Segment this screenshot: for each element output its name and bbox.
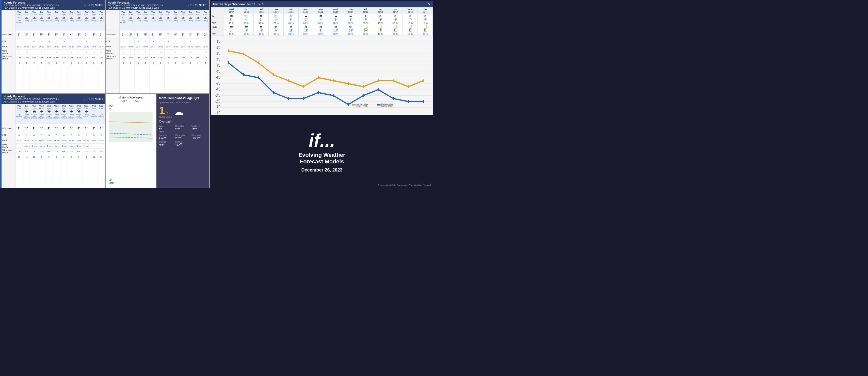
svg-rect-55	[377, 104, 381, 106]
evolving-if: if...	[309, 131, 335, 150]
hour-header: Tue11 am☁Cloudy	[30, 10, 38, 30]
forecast-rain-mid: Rain Outlook: 1-3 mm 9:00am Tue to 8:00p…	[108, 7, 163, 9]
svg-point-44	[288, 97, 289, 100]
nav-left[interactable]: ‹ PREV | NEXT ›	[84, 4, 103, 7]
feels-cell: 1	[16, 39, 23, 44]
day-temp-3: -3°	[269, 18, 284, 21]
feels-cell: 4	[30, 39, 38, 44]
sunrise-detail: Sunrise 7:40AM	[159, 134, 174, 140]
temp-cell: 2°	[98, 30, 105, 39]
day-pop-10: 10 %	[373, 21, 388, 25]
hour-header: Wed2 am🌦Cloudy with showers	[53, 104, 60, 124]
pop-cell: 30 %	[60, 44, 67, 50]
hour-col: Tue5 pm☁Cloudy3°230 %-5 SE8	[179, 10, 187, 93]
hour-col: Tue11 am☁Cloudy5°430 %-4 SE6	[134, 10, 142, 93]
close-button[interactable]: ✕	[428, 2, 431, 6]
current-temp: 1	[159, 105, 165, 116]
col-tue-09: Tue01/09	[418, 8, 433, 14]
hour-header: Tue7 pm☁Cloudy	[194, 10, 202, 30]
night-icon-8: ❄	[343, 25, 358, 29]
col-tue-02: Tue01/02	[313, 8, 328, 14]
historic-chart-area: 25° 9° -7°	[108, 104, 154, 186]
night-pop-row: POP 40 % 30 % 40 % 20 % 30 % 30 % 30 % 6…	[211, 32, 433, 36]
night-icon-0: 🌧	[224, 25, 239, 29]
night-pop-9: 30 %	[358, 32, 373, 36]
svg-point-30	[288, 79, 289, 82]
svg-point-40	[228, 61, 229, 64]
pop-cell: 30 %	[53, 44, 60, 50]
pop-cell: 30 %	[38, 44, 45, 50]
night-pop-12: 10 %	[403, 32, 418, 36]
nav-mid[interactable]: ‹ PREV | NEXT ›	[188, 4, 207, 7]
svg-point-41	[243, 73, 244, 76]
hour-col: Tue8 pm☁Cloudy2°030 %-6 E9	[98, 10, 105, 93]
forecast-sub-left: TUESDAY, DECEMBER 26 - FRIDAY, DECEMBER …	[4, 4, 59, 7]
svg-point-29	[273, 73, 274, 76]
historic-title: Historic Averages:	[108, 96, 154, 99]
month-jan: JAN	[135, 100, 140, 102]
hour-col: Tue12 pm☁Cloudy5°430 %-3 SE5	[38, 10, 45, 93]
feels-cell: 1	[90, 39, 97, 44]
middle-panel: Hourly Forecast TUESDAY, DECEMBER 26 - F…	[106, 0, 210, 188]
night-icon-7: ❄	[328, 25, 343, 29]
pop-cell: 30 %	[30, 44, 38, 50]
pop-cell: 30 %	[16, 44, 23, 50]
mid-hours: Tue9 am〰Fog patches2°130 %-5 SE6Tue10 am…	[120, 10, 209, 93]
hour-header: Tue10 am☁Cloudy	[127, 10, 134, 30]
current-main: 1 °C FEELS LIKE 0 ☁	[159, 105, 207, 118]
svg-point-39	[423, 79, 424, 82]
svg-point-52	[408, 100, 409, 103]
night-temp-0: 1°	[224, 29, 239, 32]
hour-header: Tue3 pm☁Cloudy	[60, 10, 67, 30]
hour-header: Tue11 am☁Cloudy	[134, 10, 142, 30]
day-pop-3: 20 %	[269, 21, 284, 25]
hour-col: Tue10 am☁Cloudy3°330 %-5 SE6	[23, 10, 30, 93]
gust-cell: 6	[53, 60, 60, 65]
night-pop-11: 20 %	[388, 32, 403, 36]
night-temp-12: -12°	[403, 29, 418, 32]
hour-header: Tue2 pm☁Cloudy	[53, 10, 60, 30]
hour-header: Tue5 pm☁Cloudy	[179, 10, 186, 30]
rain-cell: -	[16, 50, 23, 55]
hour-col: Wed1 am🌦Cloudy with showers2°040 %<1 mm6…	[45, 104, 53, 188]
label-rain: Rain	[2, 44, 15, 49]
wind-cell: 5 SE	[23, 55, 30, 60]
gust-cell: 8	[68, 60, 75, 65]
day-temp-8: -6°	[343, 18, 358, 21]
day-icon-8: ☁	[343, 14, 358, 18]
hour-header: Tue9 pm〰Fog patches	[16, 104, 23, 124]
hour-header: Tue10 pm🌦Cloudy with showers	[23, 104, 30, 124]
night-pop-8: 20 %	[343, 32, 358, 36]
col-mon-01: Mon01/01	[299, 8, 313, 14]
day-icon-6: 🌧	[313, 14, 328, 18]
col-mon-08: Mon01/08	[403, 8, 418, 14]
overview-grid-container: Wed12/27 Thu12/28 Fri12/29 Sat12/30 Sun1…	[211, 7, 433, 36]
col-wed-03: Wed01/03	[328, 8, 343, 14]
svg-text:-10°C: -10°C	[215, 93, 220, 98]
current-updated: Updated on Tue, Dec 26 at 8:08 AM	[159, 101, 207, 104]
night-temp-8: -13°	[343, 29, 358, 32]
nav-left-bot[interactable]: ‹ PREV | NEXT ›	[84, 98, 103, 100]
gust-cell: 9	[83, 60, 90, 65]
gust-cell: 6	[30, 60, 38, 65]
day-temp-0: 5°	[224, 18, 239, 21]
night-temp-3: -9°	[269, 29, 284, 32]
gust-cell: 5	[45, 60, 53, 65]
rain-cell: -	[45, 50, 53, 55]
wind-value: 5SE km/h	[159, 127, 174, 133]
day-temp-7: -5°	[328, 18, 343, 21]
hour-col: Tue7 pm☁Cloudy3°130 %-6 E9	[194, 10, 202, 93]
svg-text:4°C: 4°C	[217, 51, 220, 56]
row-labels-left: Feels like POP Rain Wind(km/h) Wind gust…	[2, 10, 16, 93]
day-temp-11: -5°	[388, 18, 403, 21]
svg-point-46	[318, 91, 319, 94]
night-temp-7: -10°	[328, 29, 343, 32]
hour-col: Tue7 pm☁Cloudy3°130 %-6 E9	[90, 10, 97, 93]
svg-text:6°C: 6°C	[217, 45, 220, 50]
night-pop-0: 40 %	[224, 32, 239, 36]
historic-box: Historic Averages: DEC JAN 25° 9°	[106, 94, 156, 188]
hour-header: Tue8 pm☁Cloudy	[202, 10, 209, 30]
gust-value: 7km/h	[175, 136, 190, 140]
hour-col: Tue8 pm☁Cloudy2°030 %-6 E9	[202, 10, 209, 93]
night-icon-9: 🌙	[358, 25, 373, 29]
